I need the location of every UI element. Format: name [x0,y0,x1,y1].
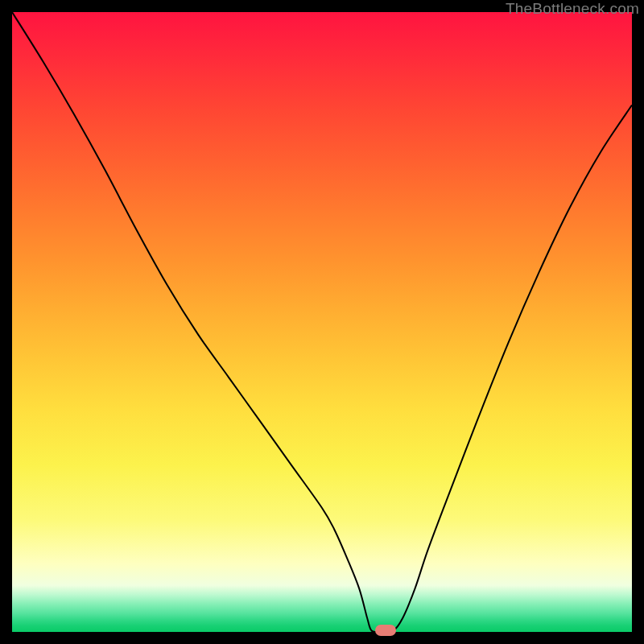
bottleneck-chart: TheBottleneck.com [0,0,644,644]
watermark-text: TheBottleneck.com [506,0,639,18]
bottleneck-curve-path [12,12,632,632]
optimal-point-marker [375,625,396,636]
chart-curve-layer [12,12,632,632]
